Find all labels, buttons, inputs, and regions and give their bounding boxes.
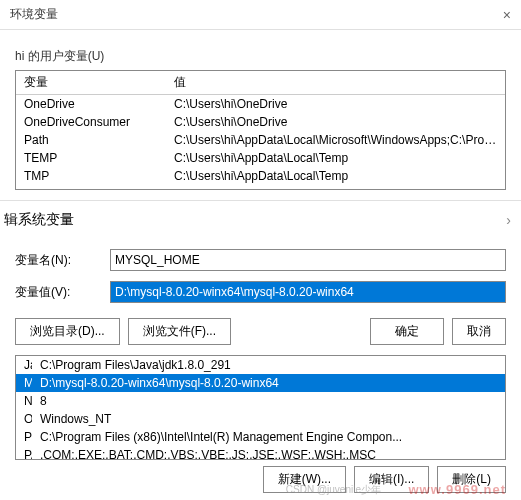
user-vars-label: hi 的用户变量(U) (15, 48, 506, 65)
var-name-label: 变量名(N): (15, 252, 110, 269)
table-row[interactable]: TMPC:\Users\hi\AppData\Local\Temp (16, 167, 505, 185)
table-row[interactable]: PathC:\Users\hi\AppData\Local\Microsoft\… (16, 131, 505, 149)
edit-cancel-button[interactable]: 取消 (452, 318, 506, 345)
edit-ok-button[interactable]: 确定 (370, 318, 444, 345)
table-row[interactable]: PATHEXT.COM;.EXE;.BAT;.CMD;.VBS;.VBE;.JS… (16, 446, 505, 460)
table-row[interactable]: OSWindows_NT (16, 410, 505, 428)
table-row[interactable]: PathC:\Program Files (x86)\Intel\Intel(R… (16, 428, 505, 446)
new-button[interactable]: 新建(W)... (263, 466, 346, 493)
dialog-title: 环境变量 (10, 6, 58, 23)
table-row[interactable]: NUMBER_OF_PROCESSORS8 (16, 392, 505, 410)
close-icon[interactable]: × (503, 7, 511, 23)
title-bar: 环境变量 × (0, 0, 521, 30)
table-row[interactable]: OneDriveConsumerC:\Users\hi\OneDrive (16, 113, 505, 131)
var-value-label: 变量值(V): (15, 284, 110, 301)
edit-button[interactable]: 编辑(I)... (354, 466, 429, 493)
table-row[interactable]: MYSQL_HOMED:\mysql-8.0.20-winx64\mysql-8… (16, 374, 505, 392)
browse-file-button[interactable]: 浏览文件(F)... (128, 318, 231, 345)
edit-dialog-title: 辑系统变量 (4, 211, 74, 229)
chevron-right-icon: › (506, 212, 511, 228)
var-name-input[interactable] (110, 249, 506, 271)
user-vars-table[interactable]: 变量 值 OneDriveC:\Users\hi\OneDriveOneDriv… (15, 70, 506, 190)
var-value-input[interactable] (110, 281, 506, 303)
table-row[interactable]: OneDriveC:\Users\hi\OneDrive (16, 95, 505, 114)
table-row[interactable]: TEMPC:\Users\hi\AppData\Local\Temp (16, 149, 505, 167)
col-header-name[interactable]: 变量 (16, 71, 166, 95)
delete-button[interactable]: 删除(L) (437, 466, 506, 493)
col-header-value[interactable]: 值 (166, 71, 505, 95)
browse-dir-button[interactable]: 浏览目录(D)... (15, 318, 120, 345)
table-row[interactable]: Java_homeC:\Program Files\Java\jdk1.8.0_… (16, 356, 505, 374)
system-vars-table[interactable]: Java_homeC:\Program Files\Java\jdk1.8.0_… (15, 355, 506, 460)
